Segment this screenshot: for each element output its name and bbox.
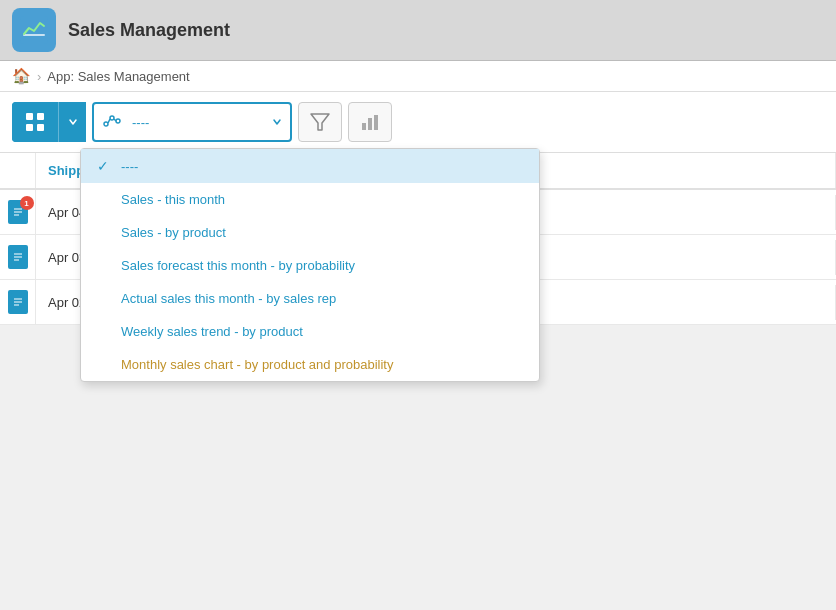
dropdown-item-label: Actual sales this month - by sales rep xyxy=(121,291,336,306)
graph-select-arrow xyxy=(272,115,282,130)
row-icon-3 xyxy=(0,280,36,324)
svg-rect-2 xyxy=(26,113,33,120)
svg-rect-13 xyxy=(368,118,372,130)
dropdown-item-sales-month[interactable]: Sales - this month xyxy=(81,183,539,216)
dropdown-item-label: ---- xyxy=(121,159,138,174)
bar-chart-button[interactable] xyxy=(348,102,392,142)
filter-button[interactable] xyxy=(298,102,342,142)
grid-view-button[interactable] xyxy=(12,102,58,142)
app-icon xyxy=(12,8,56,52)
svg-line-9 xyxy=(108,119,110,123)
graph-select-dropdown[interactable]: ---- xyxy=(92,102,292,142)
breadcrumb-label: App: Sales Management xyxy=(47,69,189,84)
graph-select-label: ---- xyxy=(132,115,264,130)
row-badge-1: 1 xyxy=(20,196,34,210)
document-icon xyxy=(8,245,28,269)
toolbar: ---- ✓ ---- Sales - this month xyxy=(0,92,836,153)
dropdown-item-label: Sales - by product xyxy=(121,225,226,240)
dropdown-item-weekly[interactable]: Weekly sales trend - by product xyxy=(81,315,539,348)
dropdown-item-label: Sales - this month xyxy=(121,192,225,207)
dropdown-item-label: Weekly sales trend - by product xyxy=(121,324,303,339)
dropdown-item-sales-product[interactable]: Sales - by product xyxy=(81,216,539,249)
dropdown-item-label: Monthly sales chart - by product and pro… xyxy=(121,357,393,372)
dropdown-item-dash[interactable]: ✓ ---- xyxy=(81,149,539,183)
app-header: Sales Management xyxy=(0,0,836,61)
svg-rect-5 xyxy=(37,124,44,131)
breadcrumb-separator: › xyxy=(37,69,41,84)
dropdown-item-label: Sales forecast this month - by probabili… xyxy=(121,258,355,273)
dropdown-item-forecast[interactable]: Sales forecast this month - by probabili… xyxy=(81,249,539,282)
dropdown-item-monthly[interactable]: Monthly sales chart - by product and pro… xyxy=(81,348,539,381)
graph-icon xyxy=(102,110,124,135)
svg-rect-3 xyxy=(37,113,44,120)
view-type-group xyxy=(12,102,86,142)
view-type-dropdown-arrow[interactable] xyxy=(58,102,86,142)
row-icon-1: 1 xyxy=(0,190,36,234)
checkmark-icon: ✓ xyxy=(97,158,113,174)
dropdown-item-actual[interactable]: Actual sales this month - by sales rep xyxy=(81,282,539,315)
document-icon xyxy=(8,290,28,314)
svg-rect-14 xyxy=(374,115,378,130)
document-icon: 1 xyxy=(8,200,28,224)
svg-rect-1 xyxy=(23,34,45,36)
svg-rect-12 xyxy=(362,123,366,130)
header-title: Sales Management xyxy=(68,20,230,41)
row-icon-2 xyxy=(0,235,36,279)
home-icon[interactable]: 🏠 xyxy=(12,67,31,85)
breadcrumb: 🏠 › App: Sales Management xyxy=(0,61,836,92)
svg-point-8 xyxy=(116,119,120,123)
graph-dropdown-menu: ✓ ---- Sales - this month Sales - by pro… xyxy=(80,148,540,382)
svg-line-10 xyxy=(114,119,116,121)
svg-rect-4 xyxy=(26,124,33,131)
svg-marker-11 xyxy=(311,114,329,130)
